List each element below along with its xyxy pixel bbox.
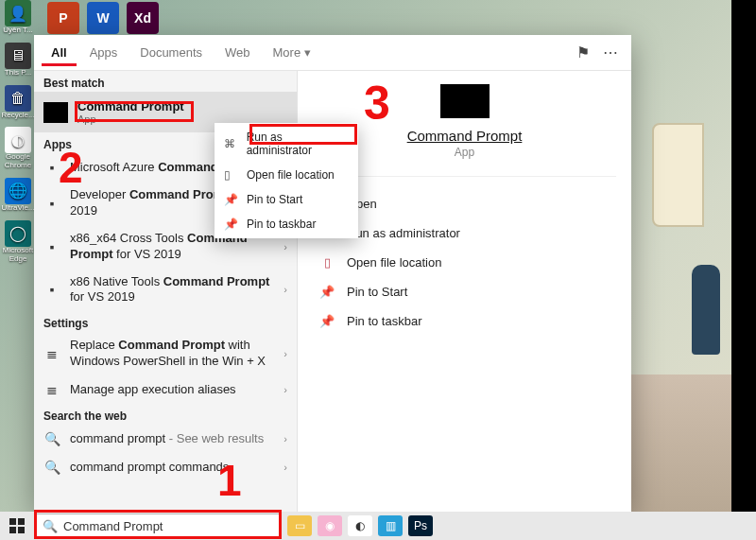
tab-more[interactable]: More ▾	[264, 40, 320, 66]
app-icon: ▪	[43, 238, 60, 255]
context-menu-item[interactable]: ⌘Run as administrator	[215, 125, 358, 163]
app-icon: ▪	[43, 281, 60, 298]
more-options-icon[interactable]: ⋯	[603, 44, 618, 61]
tab-documents[interactable]: Documents	[130, 40, 212, 66]
search-result-setting[interactable]: ≣Replace Command Prompt with Windows Pow…	[34, 332, 297, 375]
svg-rect-0	[9, 518, 16, 525]
menu-item-icon: ▯	[224, 168, 239, 182]
taskbar-pinned-apps: ▭◉◐▥Ps	[287, 515, 433, 536]
taskbar-app[interactable]: ◉	[318, 515, 342, 536]
wallpaper-sign	[652, 123, 704, 227]
desktop-icon[interactable]: ◯Microsoft Edge	[2, 220, 34, 264]
top-pinned-apps: PWXd	[47, 2, 159, 34]
preview-command-prompt-icon	[440, 84, 490, 118]
app-icon: ▪	[43, 195, 60, 212]
pinned-app[interactable]: P	[47, 2, 79, 34]
annotation-number-2: 2	[59, 142, 83, 193]
menu-item-icon: ⌘	[224, 137, 239, 150]
command-prompt-icon	[43, 102, 68, 123]
search-icon: 🔍	[43, 519, 58, 533]
context-menu-item[interactable]: 📌Pin to taskbar	[215, 212, 358, 236]
preview-title[interactable]: Command Prompt	[407, 128, 523, 144]
tab-web[interactable]: Web	[215, 40, 260, 66]
preview-action[interactable]: ▯Open file location	[305, 248, 624, 277]
preview-subtitle: App	[455, 146, 474, 159]
chevron-right-icon: ›	[284, 348, 287, 359]
desktop-icon[interactable]: 🖥This P...	[2, 43, 34, 78]
section-search-web: Search the web	[34, 404, 297, 425]
taskbar: 🔍 Command Prompt ▭◉◐▥Ps	[0, 512, 756, 540]
tab-apps[interactable]: Apps	[80, 40, 128, 66]
search-icon: 🔍	[43, 430, 60, 447]
desktop-icon[interactable]: ◐Google Chrome	[2, 127, 34, 170]
pinned-app[interactable]: Xd	[127, 2, 159, 34]
search-header-actions: ⚑ ⋯	[576, 44, 624, 61]
desktop-icon[interactable]: 🌐UltraVie...	[2, 178, 34, 213]
taskbar-app[interactable]: ◐	[348, 515, 372, 536]
section-settings: Settings	[34, 311, 297, 332]
search-filter-tabs: AllAppsDocumentsWebMore ▾	[42, 40, 320, 66]
chevron-right-icon: ›	[284, 241, 287, 253]
preview-action[interactable]: 📌Pin to Start	[305, 277, 624, 306]
desktop-icon[interactable]: 👤Uyên T...	[2, 0, 34, 35]
action-icon: ▯	[318, 255, 335, 270]
annotation-number-3: 3	[364, 76, 390, 131]
search-panel-header: AllAppsDocumentsWebMore ▾ ⚑ ⋯	[34, 35, 631, 71]
divider	[313, 176, 616, 177]
search-icon: 🔍	[43, 459, 60, 476]
best-match-title: Command Prompt	[77, 99, 184, 113]
search-result-web[interactable]: 🔍command prompt - See web results›	[34, 425, 297, 453]
chevron-right-icon: ›	[284, 462, 287, 473]
chevron-right-icon: ›	[284, 384, 287, 395]
taskbar-app[interactable]: ▭	[287, 515, 312, 536]
best-match-subtitle: App	[77, 113, 184, 125]
taskbar-app[interactable]: Ps	[408, 515, 433, 536]
preview-action[interactable]: 📌Pin to taskbar	[305, 306, 624, 336]
section-best-match: Best match	[34, 71, 297, 92]
menu-item-icon: 📌	[224, 193, 239, 206]
taskbar-search-value: Command Prompt	[63, 519, 163, 533]
context-menu-item[interactable]: ▯Open file location	[215, 163, 358, 187]
taskbar-app[interactable]: ▥	[378, 515, 403, 536]
chevron-right-icon: ›	[284, 433, 287, 444]
settings-icon: ≣	[43, 345, 60, 362]
settings-icon: ≣	[43, 381, 60, 398]
annotation-number-1: 1	[217, 455, 242, 506]
desktop-icons-column: 👤Uyên T...🖥This P...🗑Recycle...◐Google C…	[2, 0, 36, 263]
feedback-icon[interactable]: ⚑	[576, 44, 590, 61]
start-search-panel: AllAppsDocumentsWebMore ▾ ⚑ ⋯ Best match…	[34, 35, 631, 512]
menu-item-icon: 📌	[224, 218, 239, 231]
search-result-web[interactable]: 🔍command prompt commands›	[34, 453, 297, 481]
action-icon: 📌	[318, 285, 335, 299]
chevron-right-icon: ›	[284, 284, 287, 295]
wallpaper-figure	[692, 265, 720, 355]
svg-rect-3	[18, 527, 25, 533]
tab-all[interactable]: All	[42, 40, 77, 66]
action-icon: 📌	[318, 314, 335, 328]
context-menu-item[interactable]: 📌Pin to Start	[215, 187, 358, 212]
search-result-setting[interactable]: ≣Manage app execution aliases›	[34, 375, 297, 404]
svg-rect-1	[18, 518, 25, 525]
context-menu[interactable]: ⌘Run as administrator▯Open file location…	[215, 123, 358, 238]
pinned-app[interactable]: W	[87, 2, 119, 34]
start-button[interactable]	[0, 512, 34, 540]
taskbar-search-box[interactable]: 🔍 Command Prompt	[34, 514, 280, 538]
search-result-app[interactable]: ▪x86 Native Tools Command Prompt for VS …	[34, 269, 297, 312]
svg-rect-2	[9, 527, 16, 533]
desktop-icon[interactable]: 🗑Recycle...	[2, 85, 34, 120]
